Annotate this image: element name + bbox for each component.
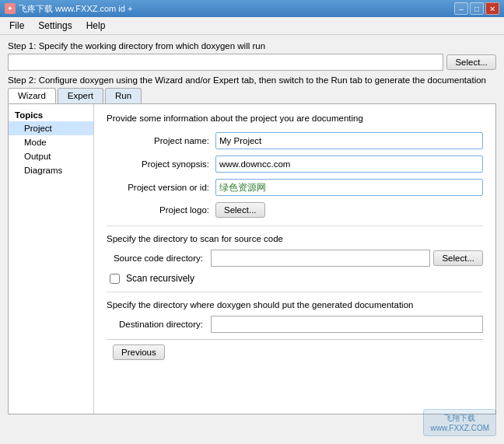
project-logo-label: Project logo: [107, 205, 215, 215]
title-bar-text: 飞疼下载 www.FXXZ.com id + [19, 3, 132, 15]
working-dir-input[interactable] [8, 54, 443, 71]
dest-dir-input[interactable] [211, 316, 483, 333]
menu-settings[interactable]: Settings [32, 19, 78, 33]
sidebar: Topics Project Mode Output Diagrams [9, 104, 94, 414]
project-name-row: Project name: [107, 132, 483, 149]
dest-section-title: Specify the directory where doxygen shou… [107, 300, 483, 309]
panel-box: Topics Project Mode Output Diagrams Prov… [8, 103, 496, 414]
project-synopsis-label: Project synopsis: [107, 159, 215, 169]
source-dir-input[interactable] [211, 250, 430, 267]
source-section-title: Specify the directory to scan for source… [107, 234, 483, 243]
title-bar: ✦ 飞疼下载 www.FXXZ.com id + – □ ✕ [0, 0, 504, 17]
step1-row: Select... [8, 54, 496, 71]
project-name-input[interactable] [215, 132, 483, 149]
scan-recursive-checkbox[interactable] [110, 274, 120, 284]
step2-label: Step 2: Configure doxygen using the Wiza… [8, 75, 496, 85]
project-version-label: Project version or id: [107, 183, 215, 192]
tab-run[interactable]: Run [105, 88, 142, 103]
bottom-bar: Previous [107, 339, 483, 365]
menu-file[interactable]: File [3, 19, 30, 33]
project-logo-row: Project logo: Select... [107, 202, 483, 218]
restore-button[interactable]: □ [470, 2, 484, 15]
step1-label: Step 1: Specify the working directory fr… [8, 41, 496, 51]
tab-wizard[interactable]: Wizard [8, 88, 56, 103]
tab-expert[interactable]: Expert [58, 88, 103, 103]
minimize-button[interactable]: – [454, 2, 468, 15]
project-section-title: Provide some information about the proje… [107, 114, 483, 123]
scan-recursive-row: Scan recursively [107, 273, 483, 284]
sidebar-item-output[interactable]: Output [9, 149, 93, 163]
main-content: Step 1: Specify the working directory fr… [0, 35, 504, 421]
project-version-input[interactable] [215, 179, 483, 196]
project-version-row: Project version or id: [107, 179, 483, 196]
close-button[interactable]: ✕ [485, 2, 499, 15]
scan-recursive-label: Scan recursively [126, 273, 194, 284]
section-divider-2 [107, 292, 483, 292]
sidebar-header: Topics [9, 109, 93, 121]
source-dir-row: Source code directory: Select... [107, 250, 483, 267]
watermark-line2: www.FXXZ.COM [430, 424, 489, 432]
app-icon: ✦ [5, 3, 16, 14]
section-divider-1 [107, 225, 483, 226]
step1-select-button[interactable]: Select... [446, 54, 496, 70]
title-bar-controls: – □ ✕ [454, 2, 499, 15]
project-synopsis-input[interactable] [215, 156, 483, 173]
source-dir-select-button[interactable]: Select... [433, 250, 483, 266]
right-panel: Provide some information about the proje… [94, 104, 495, 414]
source-dir-label: Source code directory: [107, 253, 208, 263]
title-bar-left: ✦ 飞疼下载 www.FXXZ.com id + [5, 3, 132, 15]
tabs-container: Wizard Expert Run Topics Project Mode Ou… [8, 88, 496, 414]
dest-dir-row: Destination directory: [107, 316, 483, 333]
sidebar-item-project[interactable]: Project [9, 121, 93, 135]
project-synopsis-row: Project synopsis: [107, 156, 483, 173]
project-name-label: Project name: [107, 136, 215, 145]
menu-bar: File Settings Help [0, 17, 504, 35]
previous-button[interactable]: Previous [113, 344, 165, 360]
sidebar-item-mode[interactable]: Mode [9, 135, 93, 149]
project-logo-select-button[interactable]: Select... [215, 202, 265, 218]
menu-help[interactable]: Help [80, 19, 112, 33]
sidebar-item-diagrams[interactable]: Diagrams [9, 163, 93, 177]
tabs-row: Wizard Expert Run [8, 88, 496, 103]
dest-dir-label: Destination directory: [107, 320, 208, 329]
